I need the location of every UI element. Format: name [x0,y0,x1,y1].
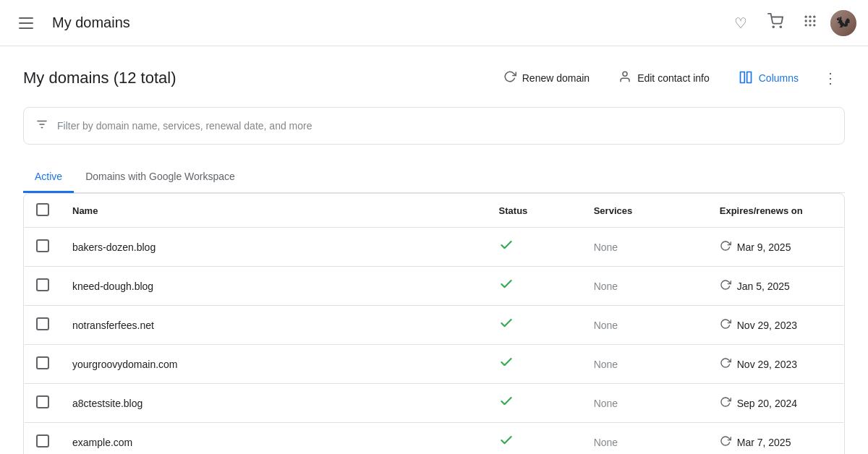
name-column-header: Name [61,194,488,228]
expires-cell-content: Mar 7, 2025 [720,435,832,450]
row-checkbox-cell[interactable] [25,423,61,455]
expires-date: Mar 9, 2025 [737,241,791,253]
domain-expires: Nov 29, 2023 [708,345,844,384]
tab-google-workspace-label: Domains with Google Workspace [85,171,235,182]
status-check-icon [499,241,514,255]
domain-services: None [582,423,708,455]
domain-status [488,267,582,306]
domain-status [488,306,582,345]
expires-renew-icon [720,279,731,294]
renew-domain-button[interactable]: Renew domain [492,64,601,93]
svg-rect-12 [740,72,744,82]
row-checkbox[interactable] [36,278,49,291]
svg-point-0 [773,26,774,27]
expires-cell-content: Sep 20, 2024 [720,396,832,411]
person-icon [618,70,631,87]
heart-icon: ♡ [734,14,747,32]
row-checkbox-cell[interactable] [25,306,61,345]
expires-renew-icon [720,240,731,254]
status-check-icon [499,280,514,294]
expires-cell-content: Jan 5, 2025 [720,279,832,294]
domain-services: None [582,228,708,267]
apps-button[interactable] [796,9,825,38]
status-check-icon [499,436,514,450]
expires-date: Nov 29, 2023 [737,359,797,370]
services-value: None [594,320,618,331]
svg-point-3 [809,16,811,18]
select-all-header[interactable] [25,194,61,228]
hamburger-menu-button[interactable] [12,9,41,38]
row-checkbox-cell[interactable] [25,267,61,306]
status-check-icon [499,358,514,372]
svg-point-9 [809,24,811,26]
row-checkbox-cell[interactable] [25,345,61,384]
tab-google-workspace[interactable]: Domains with Google Workspace [74,162,247,193]
expires-renew-icon [720,435,731,450]
domain-name: kneed-dough.blog [61,267,488,306]
svg-point-2 [805,16,807,18]
row-checkbox[interactable] [36,434,49,447]
select-all-checkbox[interactable] [36,203,49,216]
services-value: None [594,280,618,292]
domain-expires: Jan 5, 2025 [708,267,844,306]
svg-rect-13 [746,72,751,82]
columns-label: Columns [759,72,799,84]
tab-active[interactable]: Active [23,162,74,193]
header-title: My domains [52,14,130,31]
domain-name: bakers-dozen.blog [61,228,488,267]
domain-services: None [582,267,708,306]
expires-cell-content: Nov 29, 2023 [720,357,832,372]
header: My domains ♡ 🐿 [0,0,868,46]
domain-status [488,228,582,267]
services-value: None [594,398,618,409]
edit-contact-button[interactable]: Edit contact info [607,64,721,93]
table-row: bakers-dozen.blog None Mar 9, 2025 [25,228,844,267]
row-checkbox-cell[interactable] [25,228,61,267]
domain-services: None [582,306,708,345]
domain-name: a8ctestsite.blog [61,384,488,423]
table-header-row: Name Status Services Expires/renews on [25,194,844,228]
edit-contact-label: Edit contact info [637,72,710,84]
cart-button[interactable] [761,9,790,38]
wishlist-button[interactable]: ♡ [726,9,755,38]
columns-icon [739,70,753,87]
domain-table-wrapper: Name Status Services Expires/renews on b… [23,193,845,454]
more-options-button[interactable]: ⋮ [816,64,845,93]
expires-date: Nov 29, 2023 [737,320,797,331]
expires-cell-content: Nov 29, 2023 [720,318,832,333]
row-checkbox[interactable] [36,317,49,330]
services-value: None [594,437,618,448]
services-value: None [594,241,618,253]
domain-expires: Nov 29, 2023 [708,306,844,345]
table-row: kneed-dough.blog None Jan 5, 2025 [25,267,844,306]
row-checkbox[interactable] [36,356,49,369]
columns-button[interactable]: Columns [727,64,810,93]
svg-point-6 [809,20,811,22]
cart-icon [767,13,783,33]
page-title: My domains (12 total) [23,69,492,87]
domain-table: Name Status Services Expires/renews on b… [24,194,844,454]
domain-name: example.com [61,423,488,455]
table-row: a8ctestsite.blog None Sep 20, 2024 [25,384,844,423]
table-row: notransferfees.net None Nov 29, 2023 [25,306,844,345]
filter-placeholder: Filter by domain name, services, renewal… [57,120,312,132]
expires-date: Sep 20, 2024 [737,398,797,409]
row-checkbox-cell[interactable] [25,384,61,423]
table-row: example.com None Mar 7, 2025 [25,423,844,455]
services-value: None [594,359,618,370]
expires-date: Jan 5, 2025 [737,280,790,292]
avatar[interactable]: 🐿 [830,10,856,36]
row-checkbox[interactable] [36,395,49,408]
status-check-icon [499,319,514,333]
tab-active-label: Active [35,171,62,182]
expires-renew-icon [720,318,731,333]
more-icon: ⋮ [823,69,838,87]
row-checkbox[interactable] [36,239,49,252]
domain-name: notransferfees.net [61,306,488,345]
svg-point-8 [805,24,807,26]
services-column-header: Services [582,194,708,228]
filter-bar[interactable]: Filter by domain name, services, renewal… [23,107,845,145]
expires-renew-icon [720,396,731,411]
hamburger-icon [13,12,39,35]
table-header: Name Status Services Expires/renews on [25,194,844,228]
